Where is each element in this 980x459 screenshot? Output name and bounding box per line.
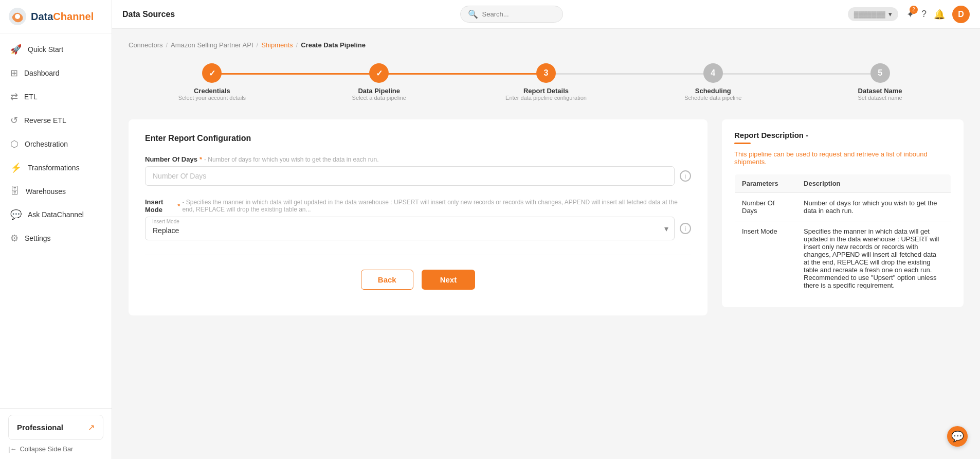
step-line-1 [212,73,379,75]
form-buttons: Back Next [145,270,691,290]
description-col-header: Description [796,174,951,193]
step-sublabel-5: Set dataset name [858,95,902,101]
breadcrumb-current: Create Data Pipeline [301,41,366,49]
orchestration-icon: ⬡ [10,138,19,150]
help-button[interactable]: ? [921,9,927,20]
chat-bubble-button[interactable]: 💬 [947,426,968,447]
wizard-step-scheduling: 4 Scheduling Schedule data pipeline [629,63,796,101]
logo-icon [8,7,27,26]
sidebar-item-label: Settings [25,234,51,242]
user-menu-label: ▓▓▓▓▓▓▓ [854,11,885,18]
next-button[interactable]: Next [422,270,476,290]
topbar: Data Sources 🔍 ▓▓▓▓▓▓▓ ▾ ✦ 2 ? 🔔 [112,0,980,29]
notification-badge: 2 [910,6,918,14]
sparkle-button[interactable]: ✦ 2 [906,9,914,20]
sidebar-item-orchestration[interactable]: ⬡ Orchestration [0,132,112,156]
wizard-step-report-details: 3 Report Details Enter data pipeline con… [463,63,630,101]
logo: DataChannel [0,0,112,33]
field-group-insert-mode: Insert Mode* - Specifies the manner in w… [145,198,691,240]
content-area: Connectors / Amazon Selling Partner API … [112,29,980,459]
table-row: Insert Mode Specifies the manner in whic… [735,221,951,296]
report-desc-text: This pipeline can be used to request and… [734,150,951,166]
insert-mode-info-icon[interactable]: i [680,223,691,234]
sidebar-item-transformations[interactable]: ⚡ Transformations [0,156,112,180]
help-icon: ? [921,9,927,19]
number-of-days-info-icon[interactable]: i [680,170,691,182]
number-of-days-input[interactable] [145,166,675,186]
sidebar-item-label: Dashboard [24,69,60,77]
user-avatar[interactable]: D [952,6,970,23]
sidebar-item-etl[interactable]: ⇄ ETL [0,85,112,109]
dropdown-icon: ▾ [888,10,892,18]
user-menu[interactable]: ▓▓▓▓▓▓▓ ▾ [848,7,898,21]
breadcrumb-shipments[interactable]: Shipments [261,41,293,49]
insert-mode-select[interactable]: Replace Upsert Append [145,217,675,240]
rocket-icon: 🚀 [10,44,22,55]
step-label-1: Credentials [194,87,230,95]
etl-icon: ⇄ [10,91,18,102]
breadcrumb: Connectors / Amazon Selling Partner API … [129,41,964,49]
form-section-title: Enter Report Configuration [145,134,691,143]
sidebar-item-label: Transformations [28,164,80,172]
collapse-label: Collapse Side Bar [20,445,73,453]
notification-button[interactable]: 🔔 [934,9,945,20]
step-sublabel-4: Schedule data pipeline [684,95,741,101]
professional-box[interactable]: Professional ↗ [8,415,103,440]
step-circle-1: ✓ [202,63,222,83]
warehouses-icon: 🗄 [10,186,20,197]
sidebar-item-label: Ask DataChannel [28,210,84,219]
dashboard-icon: ⊞ [10,67,18,79]
sidebar-item-warehouses[interactable]: 🗄 Warehouses [0,180,112,203]
step-sublabel-3: Enter data pipeline configuration [505,95,587,101]
step-label-5: Dataset Name [858,87,902,95]
sidebar-item-label: Quick Start [28,45,63,54]
breadcrumb-sep-2: / [257,41,259,49]
step-line-4 [713,73,880,75]
form-right: Report Description - This pipeline can b… [722,119,964,315]
reverse-etl-icon: ↺ [10,115,18,126]
field-label-insert-mode: Insert Mode* - Specifies the manner in w… [145,198,691,214]
wizard-step-data-pipeline: ✓ Data Pipeline Select a data pipeline [296,63,463,101]
sidebar-nav: 🚀 Quick Start ⊞ Dashboard ⇄ ETL ↺ Revers… [0,33,112,408]
breadcrumb-connectors[interactable]: Connectors [129,41,162,49]
logo-text: DataChannel [31,11,94,23]
param-desc-cell: Number of days for which you wish to get… [796,193,951,221]
back-button[interactable]: Back [361,270,413,290]
field-label-number-of-days: Number Of Days* - Number of days for whi… [145,155,691,163]
report-desc-title: Report Description - [734,131,951,139]
field-row-insert-mode: Insert Mode Replace Upsert Append ▾ i [145,217,691,240]
sidebar-item-settings[interactable]: ⚙ Settings [0,226,112,250]
step-label-3: Report Details [523,87,569,95]
wizard-step-dataset-name: 5 Dataset Name Set dataset name [796,63,964,101]
topbar-right: ▓▓▓▓▓▓▓ ▾ ✦ 2 ? 🔔 D [848,6,970,23]
params-col-header: Parameters [735,174,797,193]
sidebar-item-label: Orchestration [25,140,68,148]
chat-icon: 💬 [951,430,964,443]
step-label-2: Data Pipeline [358,87,400,95]
bell-icon: 🔔 [934,9,945,20]
params-table-header-row: Parameters Description [735,174,951,193]
search-bar[interactable]: 🔍 [460,6,563,23]
breadcrumb-sep-3: / [296,41,298,49]
step-line-2 [379,73,546,75]
professional-label: Professional [17,423,63,432]
step-circle-5: 5 [870,63,890,83]
report-desc-underline [734,143,751,144]
sidebar-item-dashboard[interactable]: ⊞ Dashboard [0,61,112,85]
param-name-cell: Insert Mode [735,221,797,296]
insert-mode-float-label: Insert Mode [152,219,179,224]
sidebar-item-reverse-etl[interactable]: ↺ Reverse ETL [0,109,112,132]
sidebar-item-quick-start[interactable]: 🚀 Quick Start [0,38,112,61]
insert-mode-select-wrapper: Insert Mode Replace Upsert Append ▾ [145,217,675,240]
params-table: Parameters Description Number Of Days Nu… [734,174,951,296]
transformations-icon: ⚡ [10,162,22,173]
sidebar-item-label: ETL [24,93,38,101]
table-row: Number Of Days Number of days for which … [735,193,951,221]
search-input[interactable] [482,10,555,18]
sidebar-item-ask-datachannel[interactable]: 💬 Ask DataChannel [0,203,112,226]
breadcrumb-amazon[interactable]: Amazon Selling Partner API [171,41,253,49]
page-title: Data Sources [122,10,175,19]
collapse-icon: |← [8,445,16,453]
sidebar: DataChannel 🚀 Quick Start ⊞ Dashboard ⇄ … [0,0,112,459]
collapse-sidebar-button[interactable]: |← Collapse Side Bar [8,445,103,453]
